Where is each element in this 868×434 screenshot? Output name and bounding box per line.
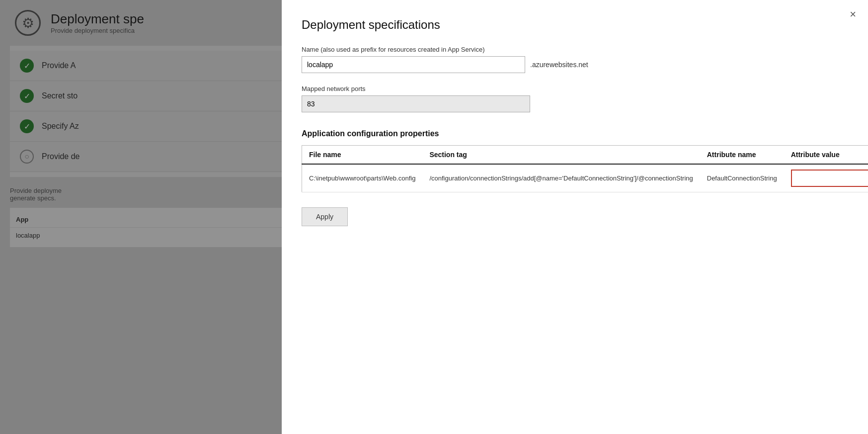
col-attr-value: Attribute value [784, 146, 868, 165]
close-button[interactable]: × [850, 9, 856, 20]
ports-field-row [302, 95, 848, 112]
cell-attr-name: DefaultConnectionString [700, 164, 784, 192]
ports-input[interactable] [302, 95, 530, 112]
col-attr-name: Attribute name [700, 146, 784, 165]
table-row: C:\inetpub\wwwroot\parts\Web.config /con… [302, 164, 868, 192]
cell-section-tag: /configuration/connectionStrings/add[@na… [422, 164, 700, 192]
config-section: Application configuration properties Fil… [302, 129, 848, 207]
name-field-label: Name (also used as prefix for resources … [302, 46, 848, 53]
config-table-header-row: File name Section tag Attribute name Att… [302, 146, 868, 165]
ports-field-label: Mapped network ports [302, 85, 848, 92]
name-input[interactable] [302, 56, 525, 73]
modal-overlay: × Deployment specifications Name (also u… [0, 0, 868, 434]
cell-file-name: C:\inetpub\wwwroot\parts\Web.config [302, 164, 423, 192]
attr-value-input[interactable] [791, 170, 868, 187]
col-file-name: File name [302, 146, 423, 165]
col-section-tag: Section tag [422, 146, 700, 165]
config-table: File name Section tag Attribute name Att… [302, 145, 868, 192]
modal-title: Deployment specifications [302, 18, 848, 32]
apply-button[interactable]: Apply [302, 207, 348, 226]
config-section-title: Application configuration properties [302, 129, 848, 138]
modal-dialog: × Deployment specifications Name (also u… [282, 0, 868, 434]
cell-attr-value [784, 164, 868, 192]
name-suffix: .azurewebsites.net [530, 61, 588, 69]
name-field-row: .azurewebsites.net [302, 56, 848, 73]
modal-footer: Apply [302, 207, 848, 226]
